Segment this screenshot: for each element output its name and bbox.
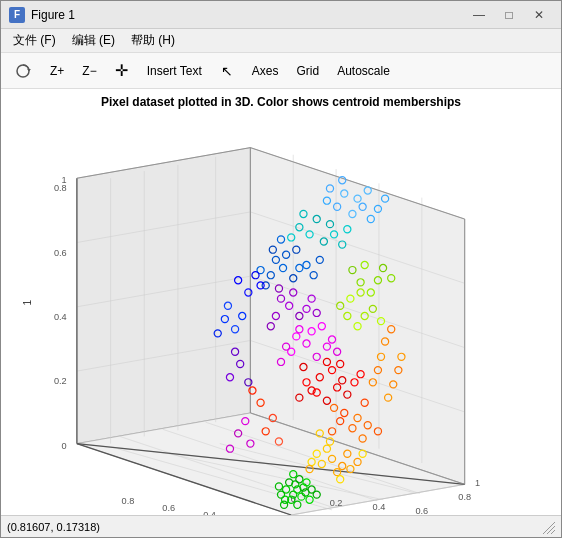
plot-title: Pixel dataset plotted in 3D. Color shows… bbox=[1, 89, 561, 111]
svg-text:0.2: 0.2 bbox=[330, 498, 343, 508]
svg-text:0.8: 0.8 bbox=[458, 492, 471, 502]
rotate-icon bbox=[14, 62, 32, 80]
grid-button[interactable]: Grid bbox=[290, 57, 327, 85]
svg-text:0.6: 0.6 bbox=[162, 503, 175, 513]
toolbar: Z+ Z− ✛ Insert Text ↖ Axes Grid Autoscal… bbox=[1, 53, 561, 89]
rotate-button[interactable] bbox=[7, 57, 39, 85]
svg-text:0.6: 0.6 bbox=[54, 248, 67, 258]
scatter-plot-svg: 0 0.2 0.4 0.6 0.8 1 0 0.2 0.4 0.6 0.8 0 … bbox=[1, 117, 561, 515]
menu-edit[interactable]: 编辑 (E) bbox=[64, 30, 123, 51]
plot-area[interactable]: Pixel dataset plotted in 3D. Color shows… bbox=[1, 89, 561, 515]
svg-text:0.4: 0.4 bbox=[373, 502, 386, 512]
close-button[interactable]: ✕ bbox=[525, 5, 553, 25]
svg-text:1: 1 bbox=[62, 175, 67, 185]
svg-text:1: 1 bbox=[475, 478, 480, 488]
plot-canvas[interactable]: 0 0.2 0.4 0.6 0.8 1 0 0.2 0.4 0.6 0.8 0 … bbox=[1, 117, 561, 515]
title-bar-left: F Figure 1 bbox=[9, 7, 75, 23]
pointer-icon: ↖ bbox=[221, 63, 233, 79]
pointer-button[interactable]: ↖ bbox=[213, 57, 241, 85]
svg-text:0.6: 0.6 bbox=[415, 506, 428, 515]
title-bar: F Figure 1 — □ ✕ bbox=[1, 1, 561, 29]
zoom-in-button[interactable]: Z+ bbox=[43, 57, 71, 85]
status-coordinates: (0.81607, 0.17318) bbox=[7, 521, 100, 533]
pan-button[interactable]: ✛ bbox=[108, 57, 136, 85]
minimize-button[interactable]: — bbox=[465, 5, 493, 25]
svg-line-221 bbox=[551, 530, 555, 534]
zoom-out-button[interactable]: Z− bbox=[75, 57, 103, 85]
window-title: Figure 1 bbox=[31, 8, 75, 22]
window-icon: F bbox=[9, 7, 25, 23]
svg-text:0.4: 0.4 bbox=[54, 312, 67, 322]
svg-text:0.2: 0.2 bbox=[54, 376, 67, 386]
main-window: F Figure 1 — □ ✕ 文件 (F) 编辑 (E) 帮助 (H) Z+… bbox=[0, 0, 562, 538]
autoscale-button[interactable]: Autoscale bbox=[330, 57, 397, 85]
maximize-button[interactable]: □ bbox=[495, 5, 523, 25]
svg-marker-1 bbox=[27, 69, 31, 71]
axes-button[interactable]: Axes bbox=[245, 57, 286, 85]
menu-file[interactable]: 文件 (F) bbox=[5, 30, 64, 51]
menu-bar: 文件 (F) 编辑 (E) 帮助 (H) bbox=[1, 29, 561, 53]
svg-line-220 bbox=[547, 526, 555, 534]
svg-text:0.8: 0.8 bbox=[122, 496, 135, 506]
svg-text:0: 0 bbox=[62, 441, 67, 451]
resize-handle-icon[interactable] bbox=[541, 520, 555, 534]
insert-text-button[interactable]: Insert Text bbox=[140, 57, 209, 85]
menu-help[interactable]: 帮助 (H) bbox=[123, 30, 183, 51]
window-controls: — □ ✕ bbox=[465, 5, 553, 25]
svg-text:1: 1 bbox=[22, 300, 33, 306]
pan-icon: ✛ bbox=[115, 61, 128, 80]
svg-text:0.4: 0.4 bbox=[203, 510, 216, 515]
svg-marker-2 bbox=[77, 148, 250, 444]
status-bar: (0.81607, 0.17318) bbox=[1, 515, 561, 537]
